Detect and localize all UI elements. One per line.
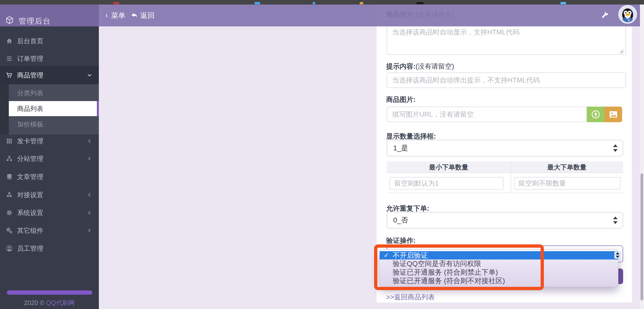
tab-favicon-fragment — [113, 2, 119, 4]
sidebar-scrollbar[interactable] — [7, 290, 92, 295]
vertical-dots-icon — [105, 12, 109, 20]
sidebar-item-label: 员工管理 — [17, 244, 43, 253]
tab-favicon-fragment — [313, 2, 315, 4]
tip-label-rest: (没有请留空) — [416, 63, 454, 70]
image-icon — [608, 109, 618, 119]
min-qty-header: 最小下单数量 — [387, 161, 511, 173]
sidebar-item-label: 其它组件 — [17, 226, 43, 235]
home-icon — [6, 37, 13, 45]
sidebar: 后台首页 订单管理 商品管理 分类列表 商品列表 加价模板 发卡管理 分站管理 — [0, 26, 99, 309]
select-stepper-icon — [613, 144, 618, 152]
tab-favicon-fragment — [255, 2, 260, 4]
tip-label: 提示内容:(没有请留空) — [386, 62, 454, 71]
sidebar-item-products[interactable]: 商品管理 — [0, 66, 99, 84]
os-top-strip — [0, 0, 644, 5]
sidebar-item-card-management[interactable]: 发卡管理 — [0, 132, 99, 150]
table-divider — [511, 161, 511, 193]
qty-select[interactable]: 1_是 — [387, 140, 623, 156]
select-stepper-icon — [613, 216, 618, 224]
sidebar-item-substation[interactable]: 分站管理 — [0, 150, 99, 168]
submenu-item-label: 商品列表 — [17, 104, 43, 113]
cube-logo-icon — [5, 16, 14, 25]
sidebar-item-label: 发卡管理 — [17, 137, 43, 146]
qty-label: 显示数量选择框: — [386, 132, 436, 141]
sidebar-item-label: 商品管理 — [17, 71, 43, 80]
repeat-select[interactable]: 0_否 — [387, 212, 623, 229]
sidebar-item-product-list[interactable]: 商品列表 — [9, 101, 99, 116]
annotation-rectangle — [374, 244, 544, 290]
qty-select-value: 1_是 — [393, 143, 408, 153]
chevron-left-icon — [87, 192, 92, 198]
sidebar-item-articles[interactable]: 文章管理 — [0, 168, 99, 186]
resize-handle-icon[interactable] — [619, 49, 624, 54]
return-arrow-icon — [130, 12, 138, 20]
page-scrollbar — [640, 5, 644, 309]
upload-circle-arrow-icon — [591, 109, 601, 119]
list-icon — [6, 55, 13, 62]
tip-input[interactable] — [387, 72, 626, 88]
image-picker-button[interactable] — [605, 107, 622, 122]
submenu-item-label: 分类列表 — [17, 89, 43, 98]
submenu-item-label: 加价模板 — [17, 120, 43, 129]
grid-icon — [6, 138, 13, 145]
menu-button-label: 菜单 — [111, 11, 125, 20]
gear-icon — [6, 209, 13, 216]
verify-select-stepper-icon — [614, 251, 621, 259]
menu-button[interactable]: 菜单 — [105, 5, 125, 26]
upload-button[interactable] — [587, 107, 605, 122]
min-qty-input[interactable] — [390, 177, 503, 190]
submenu-indent-band — [0, 84, 9, 135]
sidebar-item-label: 对接设置 — [17, 191, 43, 199]
repeat-select-value: 0_否 — [393, 215, 408, 225]
site-link[interactable]: QQ代刷网 — [46, 299, 75, 306]
tab-favicon-fragment — [360, 2, 363, 4]
avatar[interactable] — [618, 5, 637, 24]
chevron-left-icon — [87, 210, 92, 215]
wrench-icon[interactable] — [601, 11, 609, 20]
book-icon — [6, 173, 13, 180]
sidebar-item-markup-template[interactable]: 加价模板 — [9, 117, 99, 132]
sidebar-item-label: 文章管理 — [17, 172, 43, 181]
products-submenu: 分类列表 商品列表 加价模板 — [0, 84, 99, 135]
sidebar-item-category-list[interactable]: 分类列表 — [9, 85, 99, 101]
user-icon — [6, 245, 13, 252]
sidebar-item-docking-settings[interactable]: 对接设置 — [0, 186, 99, 204]
sidebar-item-label: 订单管理 — [17, 54, 43, 63]
sitemap-icon — [6, 155, 13, 162]
sidebar-item-home[interactable]: 后台首页 — [0, 32, 99, 50]
chevron-left-icon — [87, 228, 92, 233]
qq-penguin-icon — [619, 6, 636, 23]
image-url-input[interactable] — [387, 107, 587, 122]
tab-favicon-fragment — [560, 2, 566, 4]
back-button[interactable]: 返回 — [130, 5, 154, 26]
max-qty-header: 最大下单数量 — [511, 161, 623, 173]
sidebar-header: 管理后台 — [0, 5, 99, 26]
sidebar-item-label: 后台首页 — [17, 37, 43, 46]
tab-favicon-fragment — [417, 2, 424, 4]
image-label: 商品图片: — [386, 95, 416, 104]
sidebar-item-orders[interactable]: 订单管理 — [0, 50, 99, 68]
chevron-down-icon — [87, 72, 92, 78]
sidebar-item-system-settings[interactable]: 系统设置 — [0, 204, 99, 222]
sidebar-footer: 2020 © QQ代刷网 — [0, 299, 99, 307]
gears-icon — [6, 227, 13, 234]
copyright-text: 2020 © — [24, 299, 46, 306]
tip-label-strong: 提示内容: — [386, 63, 416, 70]
back-button-label: 返回 — [140, 11, 154, 20]
verify-label: 验证操作: — [386, 236, 416, 245]
sidebar-item-other-components[interactable]: 其它组件 — [0, 222, 99, 240]
scrollbar-thumb[interactable] — [640, 173, 643, 300]
chevron-left-icon — [87, 138, 92, 144]
max-qty-input[interactable] — [514, 177, 621, 190]
sidebar-item-label: 系统设置 — [17, 208, 43, 217]
cubes-icon — [6, 191, 13, 198]
app-title: 管理后台 — [19, 16, 51, 26]
sidebar-item-label: 分站管理 — [17, 154, 43, 163]
sidebar-item-staff[interactable]: 员工管理 — [0, 239, 99, 257]
chevron-left-icon — [87, 156, 92, 161]
page-root: 商品简介:(没有请留空) 提示内容:(没有请留空) 商品图片: 显示数量选择框:… — [0, 0, 644, 309]
cart-icon — [6, 72, 13, 79]
back-to-product-list-link[interactable]: >>返回商品列表 — [386, 293, 435, 302]
repeat-label: 允许重复下单: — [386, 204, 429, 213]
